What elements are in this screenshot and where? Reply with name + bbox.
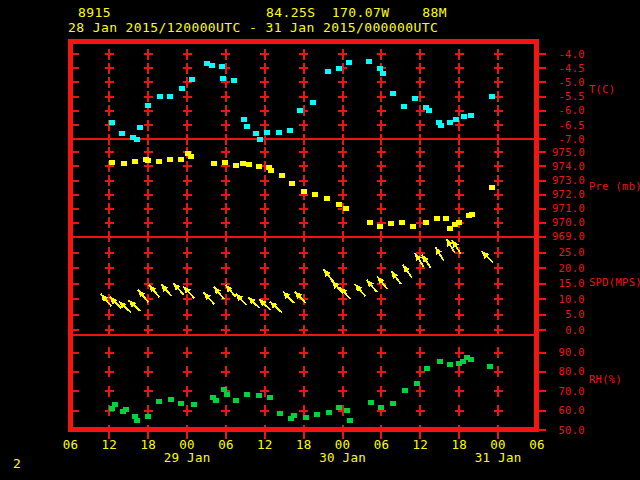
rh-point: [221, 387, 227, 392]
y-tick-label: 15.0: [559, 277, 586, 289]
panel-axis-title: RH(%): [589, 373, 622, 385]
y-tick-label: 50.0: [559, 424, 586, 436]
rh-point: [224, 392, 230, 397]
y-tick-label: -5.0: [559, 76, 586, 88]
rh-point: [414, 381, 420, 386]
temp-point: [145, 103, 151, 108]
panel-axis-title: SPD(MPS): [589, 276, 640, 288]
pressure-point: [489, 185, 495, 190]
pressure-point: [279, 173, 285, 178]
rh-point: [156, 399, 162, 404]
temp-point: [346, 60, 352, 65]
y-tick-label: 20.0: [559, 262, 586, 274]
pressure-point: [443, 216, 449, 221]
rh-point: [314, 412, 320, 417]
x-tick-label: 06: [63, 437, 79, 452]
rh-point: [424, 366, 430, 371]
temp-point: [461, 114, 467, 119]
y-tick-label: -4.0: [559, 48, 586, 60]
y-tick-label: -5.5: [559, 90, 586, 102]
pressure-point: [447, 226, 453, 231]
y-tick-label: 80.0: [559, 365, 586, 377]
panel-axis-title: Pre (mb): [589, 180, 640, 192]
temp-point: [468, 113, 474, 118]
y-tick-label: 5.0: [565, 308, 585, 320]
rh-point: [191, 402, 197, 407]
temp-point: [276, 130, 282, 135]
y-tick-label: -6.0: [559, 104, 586, 116]
meteogram-screen: 8915 84.25S 170.07W 88M 28 Jan 2015/1200…: [0, 0, 640, 480]
temp-point: [264, 130, 270, 135]
temp-point: [310, 100, 316, 105]
date-label: 29 Jan: [164, 450, 211, 465]
pressure-point: [434, 216, 440, 221]
pressure-point: [145, 158, 151, 163]
rh-point: [402, 388, 408, 393]
rh-point: [267, 395, 273, 400]
rh-point: [213, 398, 219, 403]
temp-point: [253, 131, 259, 136]
panel-axis-title: T(C): [589, 83, 616, 95]
date-label: 31 Jan: [475, 450, 522, 465]
pressure-point: [156, 159, 162, 164]
pressure-point: [188, 154, 194, 159]
temp-point: [109, 120, 115, 125]
rh-point: [368, 400, 374, 405]
pressure-point: [410, 224, 416, 229]
x-tick-label: 12: [102, 437, 118, 452]
temp-point: [401, 104, 407, 109]
temp-point: [489, 94, 495, 99]
pressure-point: [456, 220, 462, 225]
y-tick-label: 10.0: [559, 293, 586, 305]
pressure-point: [399, 220, 405, 225]
x-tick-label: 06: [374, 437, 390, 452]
temp-point: [336, 66, 342, 71]
x-tick-label: 06: [529, 437, 545, 452]
y-tick-label: 969.0: [552, 230, 585, 242]
temp-point: [157, 94, 163, 99]
temp-point: [447, 120, 453, 125]
y-tick-label: 973.0: [552, 174, 585, 186]
y-tick-label: 971.0: [552, 202, 585, 214]
rh-point: [487, 364, 493, 369]
rh-point: [168, 397, 174, 402]
temp-point: [167, 94, 173, 99]
rh-point: [123, 407, 129, 412]
pressure-point: [240, 161, 246, 166]
rh-point: [468, 357, 474, 362]
pressure-point: [388, 221, 394, 226]
pressure-point: [109, 160, 115, 165]
pressure-point: [324, 196, 330, 201]
y-tick-label: 60.0: [559, 404, 586, 416]
temp-point: [241, 117, 247, 122]
pressure-point: [222, 160, 228, 165]
wind-arrow-head: [422, 255, 429, 263]
rh-point: [390, 401, 396, 406]
page-number: 2: [13, 456, 21, 471]
temp-point: [453, 117, 459, 122]
wind-arrow-head: [403, 265, 410, 273]
rh-point: [277, 411, 283, 416]
x-tick-label: 12: [257, 437, 273, 452]
y-tick-label: 970.0: [552, 216, 585, 228]
pressure-point: [121, 161, 127, 166]
pressure-point: [167, 157, 173, 162]
temp-point: [412, 96, 418, 101]
rh-point: [326, 410, 332, 415]
rh-point: [145, 414, 151, 419]
y-tick-label: 975.0: [552, 146, 585, 158]
rh-point: [256, 393, 262, 398]
pressure-point: [312, 192, 318, 197]
meteogram-plot: -4.0-4.5-5.0-5.5-6.0-6.5-7.0T(C)975.0974…: [0, 0, 640, 480]
y-tick-label: 974.0: [552, 160, 585, 172]
rh-point: [244, 392, 250, 397]
temp-point: [204, 61, 210, 66]
pressure-point: [377, 224, 383, 229]
rh-point: [447, 362, 453, 367]
temp-point: [220, 76, 226, 81]
y-tick-label: 0.0: [565, 324, 585, 336]
rh-point: [134, 418, 140, 423]
x-tick-label: 18: [140, 437, 156, 452]
temp-point: [244, 124, 250, 129]
temp-point: [209, 63, 215, 68]
